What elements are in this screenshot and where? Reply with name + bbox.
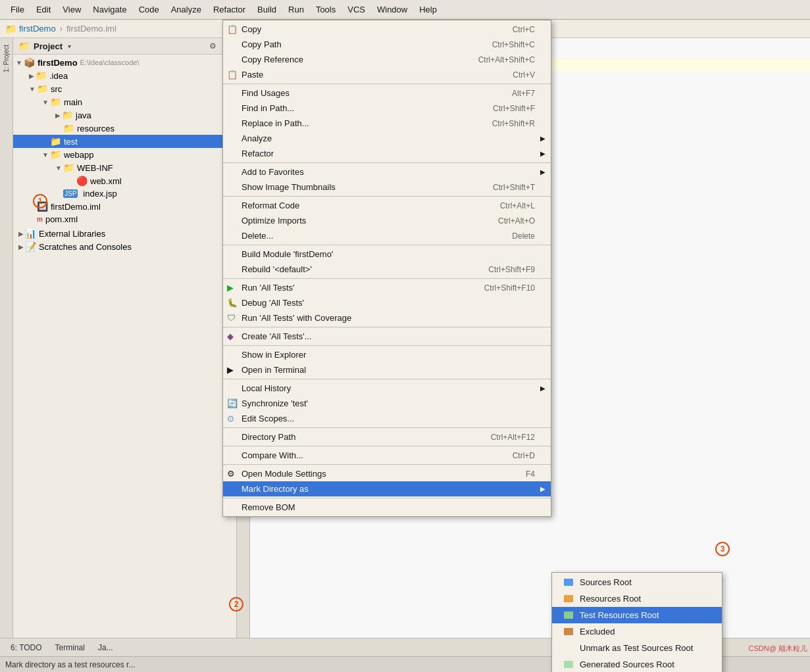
ctx-module-settings[interactable]: ⚙ Open Module Settings F4 [223, 466, 551, 481]
menu-edit[interactable]: Edit [31, 2, 56, 17]
ctx-find-usages-shortcut: Alt+F7 [486, 89, 535, 98]
breadcrumb-item-2[interactable]: firstDemo.iml [66, 24, 116, 34]
menu-navigate[interactable]: Navigate [88, 2, 132, 17]
ctx-image-thumbnails[interactable]: Show Image Thumbnails Ctrl+Shift+T [223, 180, 551, 195]
submenu-test-resources-root[interactable]: Test Resources Root [552, 607, 722, 623]
ctx-mark-dir[interactable]: Mark Directory as [223, 481, 551, 496]
tree-resources[interactable]: 📁 resources [13, 122, 236, 135]
menu-build[interactable]: Build [252, 2, 282, 17]
menu-code[interactable]: Code [134, 2, 165, 17]
ctx-find-usages[interactable]: Find Usages Alt+F7 [223, 85, 551, 101]
submenu-unmark-label: Unmark as Test Sources Root [580, 643, 693, 653]
ctx-compare-with[interactable]: Compare With... Ctrl+D [223, 448, 551, 463]
ctx-build-module[interactable]: Build Module 'firstDemo' [223, 247, 551, 262]
tree-root[interactable]: ▼ 📦 firstDemo E:\Idea\classcode\ [13, 56, 236, 69]
submenu-sources-root[interactable]: Sources Root [552, 574, 722, 590]
ctx-edit-scopes[interactable]: ⊙ Edit Scopes... [223, 411, 551, 426]
ctx-copy-ref[interactable]: Copy Reference Ctrl+Alt+Shift+C [223, 52, 551, 67]
ctx-replace-path[interactable]: Replace in Path... Ctrl+Shift+R [223, 116, 551, 131]
tree-arrow-webapp: ▼ [42, 151, 49, 158]
ctx-module-settings-label: Open Module Settings [241, 469, 326, 479]
tab-java[interactable]: Ja... [93, 642, 118, 654]
menu-help[interactable]: Help [414, 2, 442, 17]
ctx-optimize[interactable]: Optimize Imports Ctrl+Alt+O [223, 213, 551, 228]
menu-refactor[interactable]: Refactor [208, 2, 251, 17]
tree-java[interactable]: ▶ 📁 java [13, 108, 236, 122]
submenu-test-resources-root-label: Test Resources Root [580, 610, 659, 620]
submenu-excluded[interactable]: Excluded [552, 623, 722, 640]
tab-todo[interactable]: 6: TODO [5, 642, 47, 654]
breadcrumb-item-1[interactable]: firstDemo [19, 24, 56, 34]
ctx-dir-path-label: Directory Path [241, 432, 295, 442]
tab-terminal[interactable]: Terminal [50, 642, 90, 654]
tree-pom-label: pom.xml [45, 214, 78, 224]
ctx-refactor[interactable]: Refactor [223, 146, 551, 161]
panel-dropdown[interactable]: ▾ [68, 43, 71, 50]
ctx-debug-tests[interactable]: 🐛 Debug 'All Tests' [223, 295, 551, 310]
ctx-delete[interactable]: Delete... Delete [223, 228, 551, 243]
ctx-reformat[interactable]: Reformat Code Ctrl+Alt+L [223, 198, 551, 213]
tree-pomxml[interactable]: m pom.xml [13, 213, 236, 226]
tree-webapp[interactable]: ▼ 📁 webapp [13, 148, 236, 161]
menu-tools[interactable]: Tools [311, 2, 341, 17]
menu-file[interactable]: File [5, 2, 30, 17]
menu-view[interactable]: View [57, 2, 86, 17]
ctx-run-tests[interactable]: ▶ Run 'All Tests' Ctrl+Shift+F10 [223, 280, 551, 295]
menu-analyze[interactable]: Analyze [166, 2, 207, 17]
tree-scratches[interactable]: ▶ 📝 Scratches and Consoles [13, 240, 236, 253]
submenu-resources-root-label: Resources Root [580, 594, 641, 604]
ctx-image-shortcut: Ctrl+Shift+T [467, 183, 535, 192]
ctx-synchronize[interactable]: 🔄 Synchronize 'test' [223, 396, 551, 411]
ctx-copy-path[interactable]: Copy Path Ctrl+Shift+C [223, 37, 551, 52]
tree-idea-label: .idea [49, 71, 68, 81]
menu-run[interactable]: Run [283, 2, 309, 17]
sidebar-item-project[interactable]: 1: Project [1, 41, 11, 76]
submenu-resources-root[interactable]: Resources Root [552, 590, 722, 607]
panel-header: 📁 Project ▾ ⚙ ⊟ [13, 38, 236, 55]
ctx-open-terminal[interactable]: ▶ Open in Terminal [223, 362, 551, 377]
tree-arrow-src: ▼ [29, 85, 36, 93]
ctx-create-tests[interactable]: ◆ Create 'All Tests'... [223, 329, 551, 344]
tree-src[interactable]: ▼ 📁 src [13, 82, 236, 95]
tree-root-label: firstDemo [38, 58, 78, 68]
excluded-icon [563, 627, 574, 636]
ctx-dir-path[interactable]: Directory Path Ctrl+Alt+F12 [223, 429, 551, 444]
tree-webapp-label: webapp [64, 150, 94, 160]
annotation-3: 3 [715, 542, 730, 556]
tree-idea[interactable]: ▶ 📁 .idea [13, 69, 236, 82]
submenu-sources-root-label: Sources Root [580, 577, 632, 587]
ctx-show-explorer[interactable]: Show in Explorer [223, 347, 551, 362]
ctx-rebuild[interactable]: Rebuild '<default>' Ctrl+Shift+F9 [223, 262, 551, 277]
ctx-find-path[interactable]: Find in Path... Ctrl+Shift+F [223, 101, 551, 116]
ctx-edit-scopes-label: Edit Scopes... [241, 414, 294, 423]
annotation-1: 1 [33, 194, 47, 208]
tree-main[interactable]: ▼ 📁 main [13, 95, 236, 108]
ctx-analyze[interactable]: Analyze [223, 131, 551, 146]
ctx-remove-bom[interactable]: Remove BOM [223, 500, 551, 515]
menu-window[interactable]: Window [372, 2, 413, 17]
ctx-local-history[interactable]: Local History [223, 381, 551, 396]
tree-webxml[interactable]: 🔴 web.xml [13, 174, 236, 187]
ctx-sep-11 [223, 464, 551, 465]
ctx-add-favorites[interactable]: Add to Favorites [223, 164, 551, 180]
menu-vcs[interactable]: VCS [342, 2, 370, 17]
panel-gear-icon[interactable]: ⚙ [207, 41, 218, 51]
xml-icon-webxml: 🔴 [76, 176, 88, 186]
ctx-paste[interactable]: 📋 Paste Ctrl+V [223, 67, 551, 82]
ctx-coverage-tests-label: Run 'All Tests' with Coverage [241, 313, 351, 323]
tree-external[interactable]: ▶ 📊 External Libraries [13, 227, 236, 240]
ctx-compare-label: Compare With... [241, 450, 303, 460]
submenu-generated-sources[interactable]: Generated Sources Root [552, 656, 722, 672]
folder-icon-resources: 📁 [63, 123, 74, 133]
ctx-copy[interactable]: 📋 Copy Ctrl+C [223, 22, 551, 37]
ctx-compare-shortcut: Ctrl+D [486, 451, 535, 460]
ctx-replace-path-label: Replace in Path... [241, 118, 309, 128]
ctx-paste-label: Paste [241, 70, 263, 80]
ctx-coverage-tests[interactable]: 🛡 Run 'All Tests' with Coverage [223, 310, 551, 325]
status-text: Mark directory as a test resources r... [5, 660, 135, 669]
tree-webinf[interactable]: ▼ 📁 WEB-INF [13, 161, 236, 174]
tree-main-label: main [64, 97, 82, 107]
tree-test[interactable]: 📁 test [13, 135, 236, 148]
ctx-copy-shortcut: Ctrl+C [486, 25, 535, 34]
submenu-unmark[interactable]: Unmark as Test Sources Root [552, 640, 722, 656]
